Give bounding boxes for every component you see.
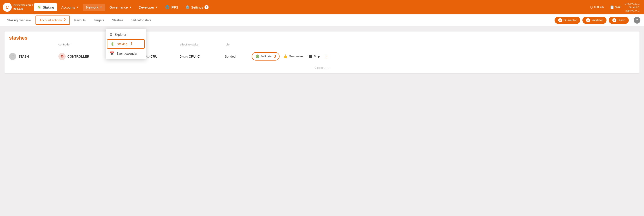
table-footer: 0.0150 CRU <box>4 64 640 73</box>
help-icon[interactable]: ? <box>634 17 640 24</box>
guarantor-label: Guarantor <box>564 19 577 22</box>
governance-nav-label: Governance <box>110 6 128 9</box>
settings-icon: ⚙️ <box>186 5 190 9</box>
validate-button[interactable]: ✳️ Validate 3 <box>252 52 280 61</box>
annotation-1: 1 <box>130 42 133 46</box>
grid-icon: ⠿ <box>110 32 112 37</box>
calendar-icon: 📅 <box>110 51 114 56</box>
network-nav-item[interactable]: Network ▼ <box>83 4 106 11</box>
ipfs-nav-label: IPFS <box>171 6 178 9</box>
plus-icon: + <box>558 18 562 22</box>
staking-nav-label: Staking <box>43 6 54 9</box>
ipfs-icon: 🌐 <box>165 5 170 9</box>
ipfs-nav-item[interactable]: 🌐 IPFS <box>162 3 181 11</box>
developer-arrow-icon: ▼ <box>156 6 158 9</box>
wiki-nav-item[interactable]: 📄 Wiki <box>607 4 624 10</box>
controller-name: CONTROLLER <box>68 55 89 58</box>
sub-nav-actions: + Guarantor + Validator + Stash ? <box>554 17 640 24</box>
sub-nav-payouts[interactable]: Payouts <box>71 17 90 24</box>
more-options-button[interactable]: ⋮ <box>323 53 330 60</box>
logo-area[interactable]: C Crust version 7 #94,338 <box>3 3 33 12</box>
plus-icon-3: + <box>612 18 616 22</box>
stash-cell: ⠿ STASH <box>9 53 58 60</box>
app-version-text: Crust v0.11.1 api v3.3.1 apps v0.74.1 <box>625 2 641 12</box>
role-cell: Bonded <box>225 55 252 58</box>
row-actions: ✳️ Validate 3 👍 Guarantee ⬛ Stop ⋮ <box>252 52 635 61</box>
validator-label: Validator <box>592 19 603 22</box>
sub-nav-account-actions[interactable]: Account actions 2 <box>36 16 70 25</box>
sub-nav-slashes[interactable]: Slashes <box>108 17 127 24</box>
total-unit: CRU <box>324 66 330 70</box>
guarantee-label: Guarantee <box>289 55 303 58</box>
dropdown-explorer-label: Explorer <box>114 33 126 37</box>
sub-nav-targets[interactable]: Targets <box>90 17 108 24</box>
controller-icon: ⚙ <box>58 53 66 60</box>
network-nav-label: Network <box>86 6 98 9</box>
stop-icon: ⬛ <box>308 55 312 58</box>
github-nav-item[interactable]: ⬡ GitHub <box>587 4 607 10</box>
staking-icon: ✳️ <box>37 5 41 9</box>
guarantee-icon: 👍 <box>283 54 288 59</box>
dropdown-explorer-item[interactable]: ⠿ Explorer <box>106 30 146 39</box>
annotation-2: 2 <box>64 18 66 22</box>
wiki-icon: 📄 <box>610 6 614 9</box>
table-row: ⠿ STASH ⚙ CONTROLLER Staked 0.0150 CRU C… <box>4 49 640 64</box>
developer-nav-label: Developer <box>139 6 154 9</box>
stashes-heading: stashes <box>4 32 640 41</box>
stop-label: Stop <box>314 55 320 58</box>
dropdown-staking-label: Staking <box>117 42 128 46</box>
stash-button[interactable]: + Stash <box>609 17 629 24</box>
github-icon: ⬡ <box>590 6 593 9</box>
governance-arrow-icon: ▼ <box>129 6 132 9</box>
top-navigation: C Crust version 7 #94,338 ✳️ Staking Acc… <box>0 0 644 15</box>
main-content: stashes controller rewards bonded effect… <box>0 26 644 79</box>
col-controller: controller <box>58 43 108 46</box>
stash-name: STASH <box>18 55 29 58</box>
dropdown-calendar-label: Event calendar <box>116 52 137 55</box>
validate-label: Validate <box>261 55 272 58</box>
github-label: GitHub <box>594 6 604 9</box>
guarantor-button[interactable]: + Guarantor <box>554 17 580 24</box>
dropdown-calendar-item[interactable]: 📅 Event calendar <box>106 49 146 58</box>
validate-icon: ✳️ <box>255 54 260 59</box>
sub-navigation: Staking overview Account actions 2 Payou… <box>0 15 644 26</box>
accounts-arrow-icon: ▼ <box>76 6 79 9</box>
version-text: Crust version 7 #94,338 <box>14 4 33 11</box>
stop-button[interactable]: ⬛ Stop <box>306 53 322 60</box>
star-icon: ✳️ <box>110 42 114 46</box>
col-role: role <box>225 43 252 46</box>
logo-icon: C <box>3 3 12 12</box>
table-header-row: controller rewards bonded effective stak… <box>4 41 640 49</box>
col-effective-stake: effective stake <box>180 43 225 46</box>
wiki-label: Wiki <box>615 6 621 9</box>
sub-nav-overview[interactable]: Staking overview <box>4 17 34 24</box>
stash-icon: ⠿ <box>9 53 16 60</box>
controller-cell: ⚙ CONTROLLER <box>58 53 108 60</box>
settings-badge: 1 <box>204 5 208 9</box>
stashes-table: stashes controller rewards bonded effect… <box>4 32 640 73</box>
stash-label: Stash <box>618 19 625 22</box>
accounts-nav-label: Accounts <box>61 6 75 9</box>
plus-icon-2: + <box>586 18 590 22</box>
guarantee-button[interactable]: 👍 Guarantee <box>281 53 305 60</box>
role-value: Bonded <box>225 55 236 58</box>
sub-nav-validator-stats[interactable]: Validator stats <box>128 17 155 24</box>
accounts-nav-item[interactable]: Accounts ▼ <box>58 4 82 11</box>
dropdown-staking-item[interactable]: ✳️ Staking 1 <box>107 39 145 49</box>
settings-nav-item[interactable]: ⚙️ Settings 1 <box>182 3 212 11</box>
total-amount: 0.0150 <box>314 66 323 70</box>
settings-nav-label: Settings <box>191 6 203 9</box>
validator-button[interactable]: + Validator <box>582 17 606 24</box>
network-arrow-icon: ▼ <box>100 6 102 9</box>
staking-nav-item[interactable]: ✳️ Staking <box>34 3 57 11</box>
governance-nav-item[interactable]: Governance ▼ <box>106 4 135 11</box>
effective-stake-cell: 0.0000 CRU (0) <box>180 55 225 58</box>
network-dropdown: ⠿ Explorer ✳️ Staking 1 📅 Event calendar <box>106 29 146 59</box>
annotation-3: 3 <box>274 54 276 59</box>
developer-nav-item[interactable]: Developer ▼ <box>136 4 161 11</box>
effective-stake-value: 0.0000 CRU (0) <box>180 55 200 58</box>
